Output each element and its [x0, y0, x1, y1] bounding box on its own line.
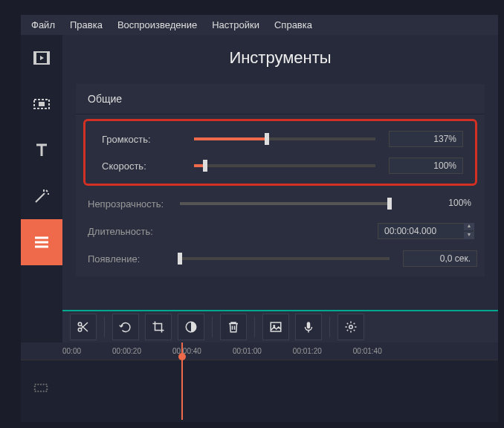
section-general: Общие Громкость: 137% Скорость:	[76, 84, 485, 276]
rotate-icon	[119, 320, 132, 334]
menu-playback[interactable]: Воспроизведение	[117, 19, 197, 30]
sidebar-effects-button[interactable]	[21, 173, 62, 219]
color-button[interactable]	[178, 314, 204, 340]
contrast-icon	[184, 320, 198, 334]
appear-value[interactable]: 0,0 сек.	[403, 250, 477, 267]
cut-button[interactable]	[70, 314, 97, 340]
layers-icon	[33, 380, 49, 396]
menu-lines-icon	[33, 233, 51, 251]
svg-rect-10	[307, 322, 311, 328]
separator	[212, 317, 213, 337]
timeline[interactable]: 00:00 00:00:20 00:00:40 00:01:00 00:01:2…	[21, 343, 498, 420]
menu-edit[interactable]: Правка	[70, 19, 103, 30]
track-icon[interactable]	[33, 380, 49, 399]
ruler-tick: 00:01:00	[233, 347, 262, 355]
sidebar-filters-button[interactable]	[21, 81, 62, 127]
delete-button[interactable]	[220, 314, 247, 340]
settings-button[interactable]	[337, 314, 364, 340]
opacity-label: Непрозрачность:	[83, 198, 180, 210]
text-icon	[33, 141, 51, 159]
duration-stepper[interactable]: ▲▼	[464, 222, 474, 240]
playhead[interactable]	[181, 343, 183, 420]
separator	[329, 317, 330, 337]
gear-icon	[344, 320, 358, 334]
ruler-tick: 00:00:20	[112, 347, 141, 355]
sidebar-media-button[interactable]	[21, 35, 62, 81]
slider-thumb[interactable]	[387, 198, 392, 210]
separator	[104, 317, 105, 337]
ruler-tick: 00:00	[62, 347, 81, 355]
speed-slider[interactable]	[194, 164, 375, 167]
slider-thumb[interactable]	[203, 160, 207, 172]
duration-value[interactable]: 00:00:04.000	[378, 223, 474, 239]
ruler-tick: 00:01:40	[353, 347, 382, 355]
crop-button[interactable]	[145, 314, 172, 340]
magic-wand-icon	[33, 187, 51, 205]
image-icon	[269, 320, 282, 334]
opacity-value: 100%	[403, 195, 477, 212]
slider-thumb[interactable]	[178, 253, 182, 265]
mic-button[interactable]	[295, 314, 322, 340]
highlight-box: Громкость: 137% Скорость: 100%	[83, 119, 477, 186]
film-play-icon	[33, 49, 51, 67]
microphone-icon	[302, 320, 315, 334]
svg-rect-12	[35, 384, 48, 391]
crop-icon	[152, 320, 165, 334]
svg-rect-1	[34, 52, 36, 64]
svg-rect-2	[47, 52, 49, 64]
appear-label: Появление:	[83, 253, 180, 265]
panel-title: Инструменты	[62, 35, 498, 84]
film-frame-icon	[33, 95, 51, 113]
duration-label: Длительность:	[83, 226, 180, 237]
ruler-tick: 00:00:40	[172, 347, 201, 355]
slider-fill	[180, 202, 390, 205]
svg-rect-4	[39, 102, 45, 106]
timeline-toolbar	[62, 310, 498, 343]
separator	[254, 317, 255, 337]
row-speed: Скорость: 100%	[90, 152, 471, 179]
sidebar-titles-button[interactable]	[21, 127, 62, 173]
appear-slider[interactable]	[180, 257, 390, 260]
row-duration: Длительность: 00:00:04.000 ▲▼	[76, 217, 485, 245]
menubar: Файл Правка Воспроизведение Настройки Сп…	[21, 15, 498, 35]
row-opacity: Непрозрачность: 100%	[76, 190, 485, 217]
slider-thumb[interactable]	[265, 133, 269, 145]
image-button[interactable]	[262, 314, 289, 340]
trash-icon	[227, 320, 240, 334]
row-appear: Появление: 0,0 сек.	[76, 245, 485, 272]
volume-label: Громкость:	[97, 134, 194, 145]
volume-value[interactable]: 137%	[389, 131, 463, 147]
section-header: Общие	[76, 84, 485, 114]
svg-point-11	[349, 325, 353, 329]
ruler-tick: 00:01:20	[293, 347, 322, 355]
speed-label: Скорость:	[97, 160, 194, 172]
opacity-slider[interactable]	[180, 202, 390, 205]
menu-file[interactable]: Файл	[31, 19, 55, 30]
scissors-icon	[77, 320, 90, 334]
row-volume: Громкость: 137%	[90, 126, 471, 152]
menu-settings[interactable]: Настройки	[212, 19, 259, 30]
speed-value[interactable]: 100%	[389, 158, 463, 174]
timeline-ruler[interactable]: 00:00 00:00:20 00:00:40 00:01:00 00:01:2…	[21, 343, 498, 360]
volume-slider[interactable]	[194, 137, 375, 140]
rotate-button[interactable]	[112, 314, 139, 340]
menu-help[interactable]: Справка	[274, 19, 312, 30]
slider-fill	[194, 137, 267, 140]
sidebar-tools-button[interactable]	[21, 219, 62, 265]
